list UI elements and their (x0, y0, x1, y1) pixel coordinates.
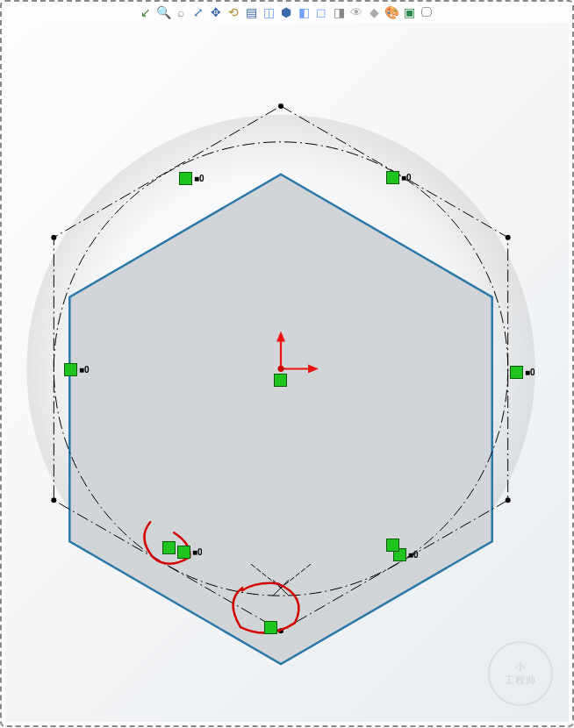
view-toolbar: ↙🔍⌕⤢✥⟲▤◫⬢◧◻◨👁◆🎨▣🖵 (138, 4, 434, 20)
graphics-viewport[interactable]: ■0■0■0■0■0■0 小 工程师 (5, 23, 569, 722)
sketch-relation-badge[interactable]: ■0 (64, 363, 90, 376)
svg-point-14 (278, 366, 284, 372)
watermark-line1: 小 (515, 660, 526, 674)
app-frame: ↙🔍⌕⤢✥⟲▤◫⬢◧◻◨👁◆🎨▣🖵 (0, 0, 574, 727)
watermark: 小 工程师 (488, 641, 553, 706)
axis-icon[interactable]: ↙ (138, 4, 154, 20)
perspective-icon[interactable]: 👁 (348, 4, 364, 20)
svg-point-4 (51, 497, 56, 503)
sketch-relation-badge[interactable] (386, 539, 399, 552)
svg-point-5 (51, 235, 56, 240)
view-normal-icon[interactable]: ▤ (243, 4, 259, 20)
sketch-relation-badge[interactable] (264, 621, 277, 634)
scene-icon[interactable]: ▣ (401, 4, 417, 20)
sketch-drawing (5, 23, 569, 722)
display-style-icon[interactable]: ⬢ (278, 4, 294, 20)
sketch-relation-badge[interactable]: ■0 (510, 366, 535, 379)
rotate-icon[interactable]: ⟲ (226, 4, 241, 20)
section-icon[interactable]: ◨ (331, 4, 347, 20)
render-icon[interactable]: 🖵 (419, 4, 434, 20)
svg-point-0 (278, 103, 283, 109)
zoom-fit-icon[interactable]: ⤢ (190, 4, 206, 20)
pan-icon[interactable]: ✥ (208, 4, 224, 20)
shaded-icon[interactable]: ◧ (296, 4, 312, 20)
svg-point-1 (506, 235, 511, 240)
hidden-lines-icon[interactable]: ◻ (313, 4, 329, 20)
sketch-relation-badge[interactable]: ■0 (386, 171, 412, 184)
appearance-icon[interactable]: 🎨 (384, 4, 399, 20)
zoom-icon[interactable]: 🔍 (155, 4, 171, 20)
svg-point-2 (506, 497, 511, 503)
sketch-relation-badge[interactable] (274, 374, 287, 387)
sketch-relation-badge[interactable]: ■0 (177, 546, 203, 559)
sketch-relation-badge[interactable] (162, 541, 176, 554)
draft-icon[interactable]: ◆ (366, 4, 382, 20)
isometric-icon[interactable]: ◫ (261, 4, 276, 20)
watermark-line2: 工程师 (505, 674, 536, 687)
sketch-relation-badge[interactable]: ■0 (179, 172, 204, 185)
zoom-area-icon[interactable]: ⌕ (173, 4, 189, 20)
